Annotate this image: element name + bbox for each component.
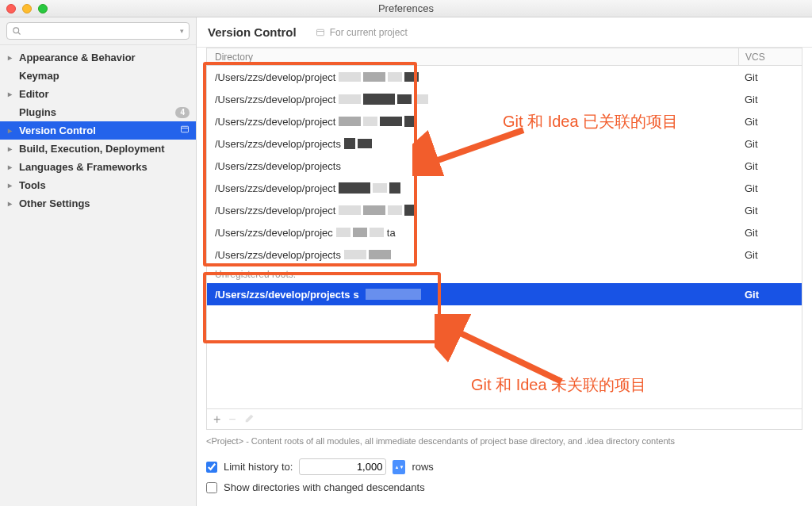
- vcs-type-label: Git: [738, 116, 802, 128]
- limit-history-unit: rows: [412, 461, 433, 473]
- redacted-text: [339, 116, 416, 127]
- limit-history-checkbox[interactable]: [206, 462, 217, 473]
- vcs-root-row[interactable]: /Users/zzs/develop/projectGit: [207, 66, 802, 88]
- zoom-window-button[interactable]: [38, 4, 48, 13]
- vcs-list-toolbar: + −: [206, 409, 802, 430]
- sidebar-item-appearance-behavior[interactable]: ▸Appearance & Behavior: [0, 48, 196, 67]
- vcs-type-label: Git: [738, 71, 802, 83]
- column-header-directory[interactable]: Directory: [207, 52, 738, 63]
- vcs-root-row[interactable]: /Users/zzs/develop/projectssGit: [207, 283, 802, 305]
- scope-indicator: For current project: [316, 27, 408, 38]
- traffic-lights: [6, 4, 48, 13]
- sidebar-item-label: Version Control: [19, 125, 96, 136]
- redacted-text: [344, 138, 372, 149]
- edit-root-button[interactable]: [244, 412, 255, 426]
- vcs-type-label: Git: [738, 160, 802, 172]
- redacted-text: [339, 205, 416, 216]
- dropdown-icon[interactable]: ▾: [180, 27, 184, 35]
- sidebar-item-other-settings[interactable]: ▸Other Settings: [0, 194, 196, 213]
- vcs-type-label: Git: [738, 94, 802, 105]
- sidebar-item-label: Plugins: [19, 106, 56, 118]
- vcs-root-directory: /Users/zzs/develop/projects: [207, 138, 738, 150]
- sidebar-item-label: Keymap: [19, 70, 59, 82]
- chevron-right-icon: ▸: [8, 126, 16, 135]
- chevron-right-icon: ▸: [8, 181, 16, 190]
- sidebar-item-languages-frameworks[interactable]: ▸Languages & Frameworks: [0, 158, 196, 176]
- vcs-type-label: Git: [738, 249, 802, 261]
- vcs-root-row[interactable]: /Users/zzs/develop/projectGit: [207, 199, 802, 221]
- remove-root-button[interactable]: −: [228, 413, 236, 426]
- vcs-type-label: Git: [738, 227, 802, 239]
- vcs-type-label: Git: [738, 289, 802, 301]
- vcs-root-directory: /Users/zzs/develop/project: [207, 205, 738, 217]
- redacted-text: [344, 250, 391, 259]
- project-scope-icon: [316, 28, 325, 37]
- redacted-text: [339, 182, 400, 194]
- sidebar-item-label: Appearance & Behavior: [19, 52, 136, 63]
- vcs-root-directory: /Users/zzs/develop/project: [207, 94, 738, 105]
- add-root-button[interactable]: +: [213, 413, 220, 426]
- window-title: Preferences: [378, 2, 434, 14]
- vcs-root-directory: /Users/zzs/develop/projectss: [207, 289, 738, 301]
- vcs-type-label: Git: [738, 205, 802, 217]
- limit-history-label: Limit history to:: [224, 461, 293, 473]
- sidebar-item-keymap[interactable]: ▸Keymap: [0, 67, 196, 85]
- vcs-type-label: Git: [738, 182, 802, 194]
- svg-line-1: [18, 33, 20, 34]
- minimize-window-button[interactable]: [22, 4, 32, 13]
- vcs-table-header: Directory VCS: [206, 48, 802, 65]
- search-field[interactable]: ▾: [6, 22, 190, 40]
- vcs-root-directory: /Users/zzs/develop/projects: [207, 249, 738, 261]
- settings-tree: ▸Appearance & Behavior▸Keymap▸Editor▸Plu…: [0, 45, 196, 213]
- limit-history-row: Limit history to: ▲▼ rows: [206, 455, 802, 478]
- vcs-root-directory: /Users/zzs/develop/project: [207, 182, 738, 194]
- scope-label: For current project: [330, 27, 408, 38]
- show-dirs-checkbox[interactable]: [206, 482, 217, 493]
- show-dirs-label: Show directories with changed descendant…: [224, 481, 425, 493]
- vcs-root-row[interactable]: /Users/zzs/develop/projectGit: [207, 110, 802, 132]
- chevron-right-icon: ▸: [8, 199, 16, 208]
- sidebar-item-label: Editor: [19, 88, 49, 100]
- project-scope-icon: [180, 125, 190, 136]
- chevron-right-icon: ▸: [8, 144, 16, 153]
- vcs-root-directory: /Users/zzs/develop/projecta: [207, 227, 738, 239]
- svg-point-0: [13, 28, 19, 33]
- project-root-hint: <Project> - Content roots of all modules…: [197, 430, 812, 452]
- redacted-text: [339, 94, 428, 105]
- page-title: Version Control: [208, 25, 297, 39]
- preferences-sidebar: ▾ ▸Appearance & Behavior▸Keymap▸Editor▸P…: [0, 17, 197, 506]
- sidebar-item-tools[interactable]: ▸Tools: [0, 176, 196, 194]
- vcs-root-row[interactable]: /Users/zzs/develop/projectaGit: [207, 221, 802, 243]
- sidebar-item-version-control[interactable]: ▸Version Control: [0, 121, 196, 140]
- svg-rect-4: [316, 29, 324, 36]
- vcs-root-row[interactable]: /Users/zzs/develop/projectsGit: [207, 243, 802, 266]
- main-panel: Version Control For current project Dire…: [197, 17, 812, 506]
- redacted-text: [366, 289, 421, 300]
- search-input[interactable]: [25, 25, 180, 36]
- window-titlebar: Preferences: [0, 0, 812, 17]
- show-dirs-row: Show directories with changed descendant…: [206, 478, 802, 496]
- main-header: Version Control For current project: [197, 17, 812, 48]
- redacted-text: [339, 72, 419, 82]
- vcs-root-row[interactable]: /Users/zzs/develop/projectsGit: [207, 155, 802, 177]
- sidebar-item-build-execution-deployment[interactable]: ▸Build, Execution, Deployment: [0, 140, 196, 158]
- vcs-root-directory: /Users/zzs/develop/project: [207, 116, 738, 128]
- sidebar-item-label: Other Settings: [19, 197, 90, 209]
- sidebar-item-editor[interactable]: ▸Editor: [0, 85, 196, 103]
- vcs-root-row[interactable]: /Users/zzs/develop/projectGit: [207, 88, 802, 110]
- sidebar-item-label: Tools: [19, 179, 46, 191]
- unregistered-roots-caption: Unregistered roots:: [207, 266, 802, 283]
- vcs-root-directory: /Users/zzs/develop/projects: [207, 160, 738, 172]
- limit-history-field[interactable]: [299, 458, 386, 475]
- search-icon: [12, 26, 21, 36]
- sidebar-item-label: Languages & Frameworks: [19, 161, 147, 173]
- close-window-button[interactable]: [6, 4, 16, 13]
- vcs-root-row[interactable]: /Users/zzs/develop/projectGit: [207, 177, 802, 199]
- vcs-root-row[interactable]: /Users/zzs/develop/projectsGit: [207, 132, 802, 155]
- chevron-right-icon: ▸: [8, 90, 16, 98]
- sidebar-item-plugins[interactable]: ▸Plugins4: [0, 103, 196, 121]
- sidebar-item-label: Build, Execution, Deployment: [19, 143, 164, 155]
- limit-history-stepper[interactable]: ▲▼: [393, 460, 405, 474]
- vcs-root-directory: /Users/zzs/develop/project: [207, 71, 738, 83]
- column-header-vcs[interactable]: VCS: [738, 48, 802, 65]
